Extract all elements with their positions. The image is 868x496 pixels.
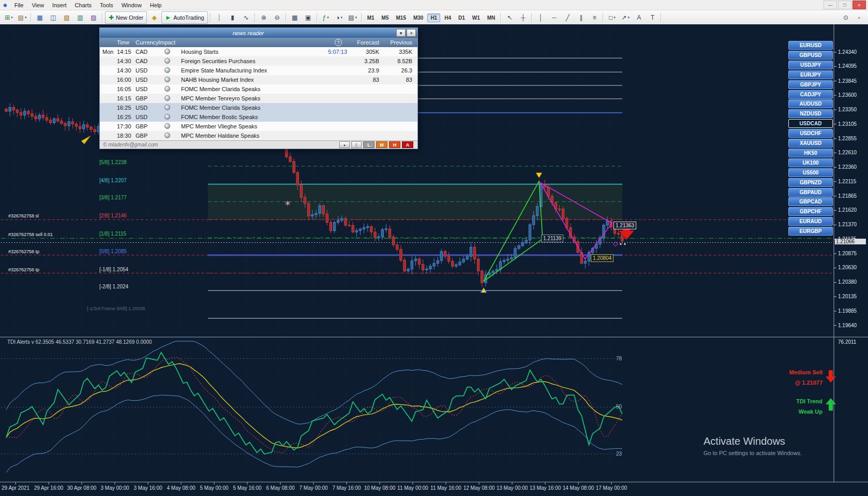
news-panel-button[interactable]: ▯: [351, 141, 362, 148]
timeframe-h1[interactable]: H1: [427, 13, 440, 22]
timeframe-m5[interactable]: M5: [379, 13, 392, 22]
periods-list-button[interactable]: ◑▾: [333, 11, 346, 24]
fibonacci-button[interactable]: ≡: [588, 11, 601, 24]
new-chart-button[interactable]: ⊞▾: [3, 11, 15, 24]
news-close-button[interactable]: ×: [407, 29, 416, 37]
line-chart-button[interactable]: ∿: [240, 11, 252, 24]
titlebar-buttons: ▾×: [395, 29, 416, 37]
news-filter-a-button[interactable]: A: [402, 141, 413, 148]
new-order-button[interactable]: ✚New Order: [105, 11, 147, 24]
metaeditor-button[interactable]: ◆: [148, 11, 160, 24]
news-row[interactable]: 16:15GBPMPC Member Tenreyro Speaks: [100, 94, 417, 103]
news-impact: [158, 67, 181, 74]
vertical-line-button[interactable]: │: [534, 11, 547, 24]
news-row[interactable]: 14:30CADForeign Securities Purchases3.25…: [100, 56, 417, 66]
news-row[interactable]: 18:30GBPMPC Member Haldane Speaks: [100, 131, 417, 140]
cascade-windows-button[interactable]: ▣: [302, 11, 315, 24]
navigator-button[interactable]: ▧: [61, 11, 73, 24]
shapes-dropdown-icon[interactable]: ▾: [613, 16, 616, 20]
indicators-list-button[interactable]: ƒ▾: [320, 11, 332, 24]
news-reader-window[interactable]: news reader ▾× Time Currency Impact ? Fo…: [99, 27, 418, 149]
toolbar-separator: [603, 13, 604, 22]
menu-charts[interactable]: Charts: [71, 2, 96, 9]
timeframe-m30[interactable]: M30: [410, 13, 426, 22]
strategy-tester-button[interactable]: ▨: [87, 11, 100, 24]
data-window-icon: ◫: [50, 14, 56, 21]
cascade-windows-icon: ▣: [305, 14, 311, 21]
templates-list-dropdown-icon[interactable]: ▾: [355, 16, 357, 20]
news-popup-button[interactable]: ▴: [339, 141, 350, 148]
horizontal-line-button[interactable]: ─: [548, 11, 560, 24]
news-filter-m-button[interactable]: M: [376, 141, 387, 148]
timeframe-w1[interactable]: W1: [469, 13, 483, 22]
text-label-button[interactable]: T: [646, 11, 659, 24]
news-reader-titlebar[interactable]: news reader ▾×: [100, 28, 417, 38]
chart-search-button[interactable]: ⊙: [840, 11, 852, 24]
news-header-impact: Impact: [158, 39, 181, 46]
timeframe-mn[interactable]: MN: [484, 13, 499, 22]
chart-workspace: * 29 Apr 202129 Apr 16:0030 Apr 08:003 M…: [0, 24, 868, 496]
candlestick-chart-button[interactable]: ▮: [227, 11, 239, 24]
periods-list-dropdown-icon[interactable]: ▾: [341, 16, 343, 20]
news-event: Housing Starts: [181, 49, 314, 55]
close-button[interactable]: ×: [852, 1, 866, 9]
news-filter-h-button[interactable]: H: [389, 141, 400, 148]
profiles-button[interactable]: ▤▾: [16, 11, 28, 24]
data-window-button[interactable]: ◫: [47, 11, 59, 24]
menu-file[interactable]: File: [10, 2, 28, 9]
news-row[interactable]: 16:05USDFOMC Member Clarida Speaks: [100, 84, 417, 94]
indicators-list-dropdown-icon[interactable]: ▾: [327, 16, 329, 20]
menu-insert[interactable]: Insert: [48, 2, 71, 9]
news-row[interactable]: Mon14:15CADHousing Starts5:07:13305K335K: [100, 47, 417, 56]
news-collapse-button[interactable]: ▾: [396, 29, 406, 37]
timeframe-m1[interactable]: M1: [364, 13, 378, 22]
news-forecast: 305K: [347, 49, 382, 55]
zoom-out-button[interactable]: ⊖: [271, 11, 283, 24]
news-row[interactable]: 16:25USDFOMC Member Bostic Speaks: [100, 112, 417, 122]
shapes-button[interactable]: □▾: [606, 11, 618, 24]
news-row[interactable]: 16:25USDFOMC Member Clarida Speaks: [100, 103, 417, 112]
impact-icon: [164, 49, 170, 54]
tdi-rsi-line: [6, 353, 622, 454]
market-watch-button[interactable]: ▦: [34, 11, 46, 24]
bars-chart-button[interactable]: ┊: [213, 11, 226, 24]
menu-view[interactable]: View: [27, 2, 48, 9]
menu-tools[interactable]: Tools: [96, 2, 117, 9]
menu-help[interactable]: Help: [146, 2, 166, 9]
tdi-base-line: [6, 363, 622, 448]
trendline-button[interactable]: ╱: [561, 11, 574, 24]
news-event: Foreign Securities Purchases: [181, 58, 314, 64]
tdi-upper-band: [6, 341, 622, 424]
cursor-button[interactable]: ↖: [503, 11, 516, 24]
terminal-button[interactable]: ▥: [74, 11, 86, 24]
timeframe-h4[interactable]: H4: [441, 13, 454, 22]
restore-button[interactable]: □: [838, 1, 851, 9]
news-row[interactable]: 17:30GBPMPC Member Vlieghe Speaks: [100, 122, 417, 131]
autotrading-button[interactable]: ►AutoTrading: [161, 11, 207, 24]
zoom-in-button[interactable]: ⊕: [258, 11, 270, 24]
chart-shift-icon: ▫: [858, 14, 860, 21]
crosshair-button[interactable]: ┼: [517, 11, 529, 24]
arrows-button[interactable]: ↗▾: [619, 11, 632, 24]
tile-windows-button[interactable]: ▦: [289, 11, 301, 24]
news-previous: 8.52B: [382, 58, 417, 64]
timeframe-d1[interactable]: D1: [455, 13, 468, 22]
news-filter-l-button[interactable]: L: [363, 141, 375, 148]
news-impact: [158, 95, 181, 102]
chart-shift-button[interactable]: ▫: [853, 11, 865, 24]
arrows-dropdown-icon[interactable]: ▾: [628, 16, 630, 20]
help-icon[interactable]: ?: [335, 39, 342, 46]
menu-window[interactable]: Window: [117, 2, 146, 9]
news-row[interactable]: 14:30USDEmpire State Manufacturing Index…: [100, 66, 417, 75]
news-currency: USD: [136, 67, 158, 74]
news-currency: USD: [136, 77, 158, 83]
news-row[interactable]: 16:00USDNAHB Housing Market Index8383: [100, 75, 417, 84]
timeframe-m15[interactable]: M15: [393, 13, 409, 22]
news-impact: [158, 114, 181, 121]
text-button[interactable]: A: [633, 11, 645, 24]
profiles-dropdown-icon[interactable]: ▾: [25, 16, 27, 20]
templates-list-button[interactable]: ▤▾: [347, 11, 359, 24]
equidistant-channel-button[interactable]: ∥: [575, 11, 587, 24]
minimize-button[interactable]: —: [824, 1, 837, 9]
new-chart-dropdown-icon[interactable]: ▾: [11, 16, 13, 20]
